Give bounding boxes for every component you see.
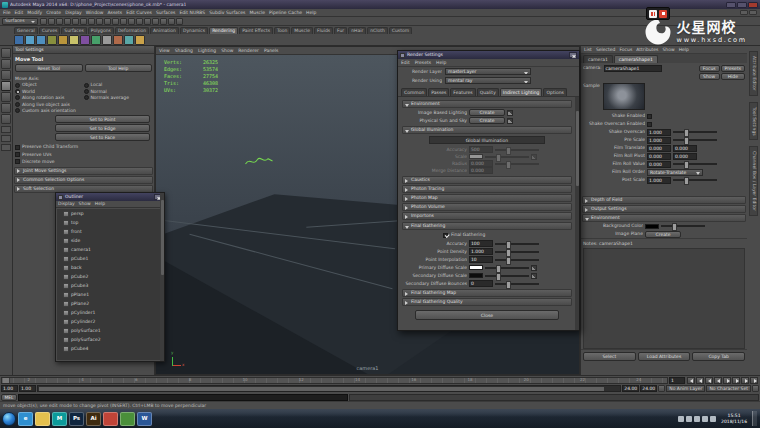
attribute-editor-menu-item[interactable]: Selected — [596, 47, 616, 52]
tab-passes[interactable]: Passes — [428, 88, 449, 96]
shelf-tab[interactable]: Fur — [334, 27, 347, 34]
taskbar-app-icon[interactable] — [103, 412, 118, 426]
film-roll-order-dropdown[interactable]: Rotate-Translate — [647, 169, 703, 176]
menu-item[interactable]: Subdiv Surfaces — [209, 10, 245, 15]
render-settings-menu-item[interactable]: Help — [436, 60, 446, 65]
shelf-tab[interactable]: Animation — [150, 27, 179, 34]
final-gathering-checkbox-row[interactable]: Final Gathering — [401, 231, 573, 239]
attribute-editor-menu-item[interactable]: List — [584, 47, 592, 52]
panel-menu-item[interactable]: Lighting — [198, 48, 216, 53]
statusline-icon[interactable] — [96, 18, 103, 25]
connection-icon[interactable] — [507, 118, 513, 124]
collapsed-section-header[interactable]: Photon Tracing — [402, 185, 572, 193]
attribute-editor-menu-item[interactable]: Focus — [619, 47, 632, 52]
shelf-tab[interactable]: Toon — [274, 27, 290, 34]
panel-menu-item[interactable]: Shading — [175, 48, 193, 53]
hide-button[interactable]: Hide — [721, 73, 745, 80]
shelf-icon[interactable] — [36, 35, 46, 45]
close-button[interactable] — [748, 2, 758, 8]
attribute-slider[interactable] — [495, 243, 539, 245]
shelf-tab[interactable]: Polygons — [88, 27, 114, 34]
final-gathering-checkbox[interactable] — [443, 233, 448, 238]
connection-icon[interactable] — [507, 110, 513, 116]
outliner-item[interactable]: pCube1 — [57, 254, 163, 263]
tab-indirect-lighting[interactable]: Indirect Lighting — [500, 88, 543, 96]
wireframe-object[interactable] — [244, 153, 274, 169]
menu-item[interactable]: Window — [86, 10, 104, 15]
move-tool-icon[interactable] — [1, 81, 11, 91]
background-color-swatch[interactable] — [645, 224, 659, 229]
menu-item[interactable]: Surfaces — [156, 10, 176, 15]
timeline[interactable]: 24681012141618202224 — [1, 377, 668, 384]
step-back-key-button[interactable] — [705, 377, 713, 384]
taskbar-app-icon[interactable]: W — [137, 412, 152, 426]
vertical-panel-tab[interactable]: Attribute Editor — [749, 51, 758, 96]
outliner-item[interactable]: pCube3 — [57, 281, 163, 290]
global-illumination-toggle[interactable]: Global Illumination — [429, 136, 546, 144]
statusline-icon[interactable] — [104, 18, 111, 25]
global-illumination-section-header[interactable]: Global Illumination — [402, 126, 572, 134]
panel-menu-item[interactable]: Panels — [264, 48, 278, 53]
shelf-tab[interactable]: Fluids — [314, 27, 333, 34]
shelf-icon[interactable] — [113, 35, 123, 45]
collapsed-section-header[interactable]: Common Selection Options — [14, 176, 153, 184]
render-settings-titlebar[interactable]: Render Settings — [398, 51, 579, 59]
statusline-icon[interactable] — [128, 18, 135, 25]
attribute-slider[interactable] — [673, 163, 717, 165]
environment-section[interactable]: Environment — [582, 214, 746, 222]
vertical-panel-tab[interactable]: Tool Settings — [749, 102, 758, 141]
restore-down-button[interactable] — [740, 10, 748, 15]
last-tool-icon[interactable] — [1, 114, 11, 124]
film-translate-x-field[interactable]: 0.000 — [647, 145, 671, 152]
panel-menu-item[interactable]: View — [159, 48, 170, 53]
focus-button[interactable]: Focus — [699, 65, 720, 72]
reset-tool-button[interactable]: Reset Tool — [15, 64, 83, 72]
menu-item[interactable]: Pipeline Cache — [269, 10, 302, 15]
statusline-icon[interactable] — [88, 18, 95, 25]
shelf-tab[interactable]: General — [14, 27, 38, 34]
output-settings-section[interactable]: Output Settings — [582, 205, 746, 213]
auto-keyframe-icon[interactable] — [658, 385, 665, 392]
tab-camerashape1[interactable]: cameraShape1 — [614, 55, 658, 63]
collapsed-section-header[interactable]: Final Gathering Quality — [402, 298, 572, 306]
maximize-button[interactable] — [737, 2, 747, 8]
environment-section-header[interactable]: Environment — [402, 100, 572, 108]
tray-icon[interactable] — [678, 416, 684, 422]
shelf-icon[interactable] — [124, 35, 134, 45]
shelf-icon[interactable] — [80, 35, 90, 45]
menu-item[interactable]: Help — [306, 10, 316, 15]
collapsed-section-header[interactable]: Photon Map — [402, 194, 572, 202]
statusline-icon[interactable] — [120, 18, 127, 25]
lasso-tool-icon[interactable] — [1, 59, 11, 69]
menu-item[interactable]: Muscle — [249, 10, 265, 15]
connection-icon[interactable] — [531, 265, 537, 271]
render-settings-scrollbar[interactable] — [575, 97, 579, 330]
menu-item[interactable]: Create — [46, 10, 61, 15]
show-button[interactable]: Show — [699, 73, 720, 80]
vertical-panel-tab[interactable]: Channel Box / Layer Editor — [749, 146, 758, 216]
preserve-child-transform-checkbox[interactable]: Preserve Child Transform — [13, 143, 154, 150]
taskbar-app-icon[interactable]: Ai — [86, 412, 101, 426]
outliner-item[interactable]: persp — [57, 209, 163, 218]
shelf-icon[interactable] — [135, 35, 145, 45]
attribute-slider[interactable] — [673, 139, 717, 141]
tab-camera1[interactable]: camera1 — [583, 55, 613, 63]
copy-tab-button[interactable]: Copy Tab — [692, 352, 745, 361]
menu-item[interactable]: File — [3, 10, 11, 15]
statusline-icon[interactable] — [72, 18, 79, 25]
shelf-tab[interactable]: nHair — [348, 27, 366, 34]
animation-preferences-icon[interactable] — [752, 385, 759, 392]
render-layer-dropdown[interactable]: masterLayer — [445, 68, 531, 75]
film-roll-pivot-y-field[interactable]: 0.000 — [673, 153, 697, 160]
post-scale-field[interactable]: 1.000 — [647, 177, 671, 184]
attribute-editor-menu-item[interactable]: Show — [662, 47, 674, 52]
taskbar-app-icon[interactable] — [120, 412, 135, 426]
discrete-move-checkbox[interactable]: Discrete move — [13, 158, 154, 165]
set-to-face-button[interactable]: Set to Face — [55, 133, 150, 141]
film-roll-value-field[interactable]: 0.000 — [647, 161, 671, 168]
render-using-dropdown[interactable]: mental ray — [445, 77, 531, 84]
presets-button[interactable]: Presets — [721, 65, 745, 72]
shake-overscan-enabled-checkbox[interactable] — [647, 122, 652, 127]
set-to-point-button[interactable]: Set to Point — [55, 115, 150, 123]
menu-item[interactable]: Edit Curves — [126, 10, 152, 15]
